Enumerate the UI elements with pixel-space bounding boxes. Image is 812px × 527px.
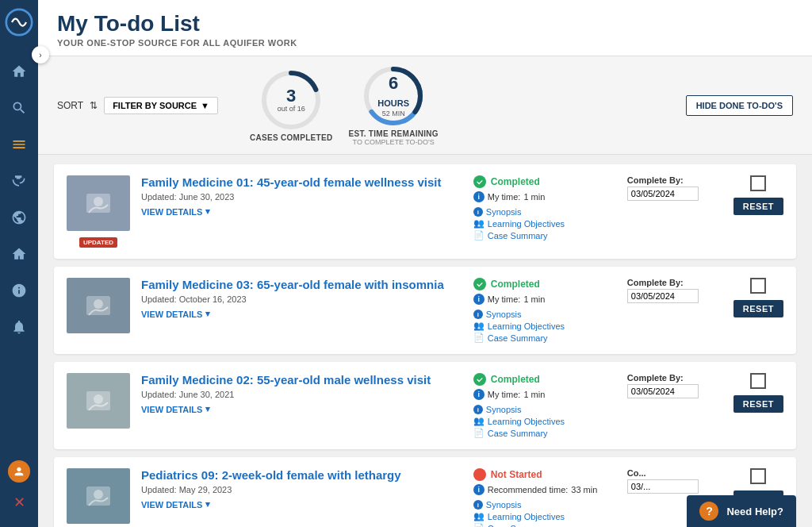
due-date-input[interactable] [627,289,699,303]
time-info-icon: i [473,484,485,495]
building-icon[interactable] [5,243,33,265]
case-link-case-summary[interactable]: 📄 Case Summary [473,523,616,527]
case-due-fm03: Complete By: [627,278,722,303]
case-card-ped09: Pediatrics 09: 2-week-old female with le… [54,457,796,527]
case-status-fm01: Completed i My time: 1 min i Synopsis 👥 … [473,175,616,240]
case-title-fm02[interactable]: Family Medicine 02: 55-year-old male wel… [141,373,462,387]
time-remaining-label: EST. TIME REMAINING [348,129,438,138]
case-image-fm02 [67,373,130,429]
svg-point-13 [94,490,103,499]
case-title-fm01[interactable]: Family Medicine 01: 45-year-old female w… [141,175,462,189]
globe-icon[interactable] [5,206,33,229]
case-image-fm03 [67,278,130,333]
case-info-ped09: Pediatrics 09: 2-week-old female with le… [141,468,462,510]
not-started-icon [473,468,486,481]
case-title-ped09[interactable]: Pediatrics 09: 2-week-old female with le… [141,468,462,482]
case-status-fm02: Completed i My time: 1 min i Synopsis 👥 … [473,373,616,438]
case-link-case-summary[interactable]: 📄 Case Summary [473,428,616,438]
view-details-button-fm02[interactable]: VIEW DETAILS ▾ [141,404,210,414]
time-info-icon: i [473,294,485,305]
reset-button-fm03[interactable]: RESET [733,300,783,317]
need-help-button[interactable]: ? Need Help? [687,495,796,527]
sidebar-bottom: ✕ [8,460,30,519]
time-label: My time: [488,390,521,399]
case-actions-fm01: RESET [733,175,783,215]
case-card-fm03: Family Medicine 03: 65-year-old female w… [54,267,796,354]
case-checkbox[interactable] [750,175,766,191]
sort-label: SORT [57,100,83,111]
header: My To-do List YOUR ONE-STOP SOURCE FOR A… [38,0,812,56]
view-details-button-ped09[interactable]: VIEW DETAILS ▾ [141,499,210,510]
user-avatar[interactable] [8,460,30,483]
sidebar: › ✕ [0,0,38,527]
cases-out-of: out of 16 [278,105,305,113]
due-date-row [627,187,722,201]
home-icon[interactable] [5,60,33,83]
case-status-fm03: Completed i My time: 1 min i Synopsis 👥 … [473,278,616,343]
time-hours: 6 HOURS [377,75,409,110]
list-icon[interactable] [5,133,33,156]
case-link-case-summary[interactable]: 📄 Case Summary [473,333,616,343]
sidebar-logo [5,8,33,46]
filter-button[interactable]: FILTER BY SOURCE ▼ [104,97,218,114]
case-link-synopsis[interactable]: i Synopsis [473,207,616,217]
due-date-input[interactable] [627,384,699,398]
bell-icon[interactable] [5,316,33,338]
case-title-fm03[interactable]: Family Medicine 03: 65-year-old female w… [141,278,462,291]
case-link-case-summary[interactable]: 📄 Case Summary [473,230,616,240]
complete-by-label: Complete By: [627,373,722,383]
cases-list: UPDATED Family Medicine 01: 45-year-old … [38,155,812,527]
synopsis-icon: i [473,207,483,217]
reset-button-fm02[interactable]: RESET [733,395,783,413]
help-question-mark: ? [699,502,718,521]
case-checkbox[interactable] [750,468,766,484]
case-checkbox[interactable] [750,278,766,294]
chevron-down-icon: ▾ [205,206,210,217]
case-links: i Synopsis 👥 Learning Objectives 📄 Case … [473,310,616,343]
case-link-learning-objectives[interactable]: 👥 Learning Objectives [473,511,616,521]
chevron-down-icon: ▾ [205,309,210,319]
case-link-learning-objectives[interactable]: 👥 Learning Objectives [473,218,616,229]
info-nav-icon[interactable] [5,279,33,302]
search-icon[interactable] [5,97,33,119]
case-link-synopsis[interactable]: i Synopsis [473,310,616,319]
people-icon: 👥 [473,511,485,521]
reset-button-fm01[interactable]: RESET [733,198,783,215]
time-remaining-stat: 6 HOURS 52 MIN EST. TIME REMAINING TO CO… [348,64,438,146]
due-date-row [627,479,722,494]
case-info-fm03: Family Medicine 03: 65-year-old female w… [141,278,462,319]
stats-bar: SORT ⇅ FILTER BY SOURCE ▼ 3 out of 16 [38,56,812,155]
case-link-learning-objectives[interactable]: 👥 Learning Objectives [473,416,616,426]
sidebar-toggle[interactable]: › [32,46,49,63]
case-checkbox[interactable] [750,373,766,389]
stethoscope-icon[interactable] [5,170,33,192]
view-details-button-fm01[interactable]: VIEW DETAILS ▾ [141,206,210,217]
case-updated-fm02: Updated: June 30, 2021 [141,390,462,399]
time-remaining-circle: 6 HOURS 52 MIN [362,64,425,128]
due-date-input[interactable] [627,479,699,494]
time-row: i My time: 1 min [473,191,616,202]
status-row-fm03: Completed [473,278,616,290]
case-actions-fm03: RESET [733,278,783,317]
time-value: 1 min [523,294,545,304]
time-row: i My time: 1 min [473,294,616,305]
case-updated-fm01: Updated: June 30, 2023 [141,192,462,202]
cases-completed-stat: 3 out of 16 CASES COMPLETED [250,68,333,142]
doc-icon: 📄 [473,428,485,438]
case-info-fm01: Family Medicine 01: 45-year-old female w… [141,175,462,217]
hide-done-button[interactable]: HIDE DONE TO-DO'S [686,95,793,116]
case-links: i Synopsis 👥 Learning Objectives 📄 Case … [473,405,616,438]
complete-by-label: Complete By: [627,278,722,287]
case-link-synopsis[interactable]: i Synopsis [473,405,616,414]
time-label: Recommended time: [488,485,569,494]
due-date-input[interactable] [627,187,699,201]
case-link-synopsis[interactable]: i Synopsis [473,500,616,510]
case-link-learning-objectives[interactable]: 👥 Learning Objectives [473,321,616,331]
status-row-ped09: Not Started [473,468,616,481]
close-icon[interactable]: ✕ [13,494,25,511]
view-details-button-fm03[interactable]: VIEW DETAILS ▾ [141,309,210,319]
doc-icon: 📄 [473,230,485,240]
synopsis-icon: i [473,310,483,319]
page-title: My To-do List [57,11,793,37]
people-icon: 👥 [473,416,485,426]
